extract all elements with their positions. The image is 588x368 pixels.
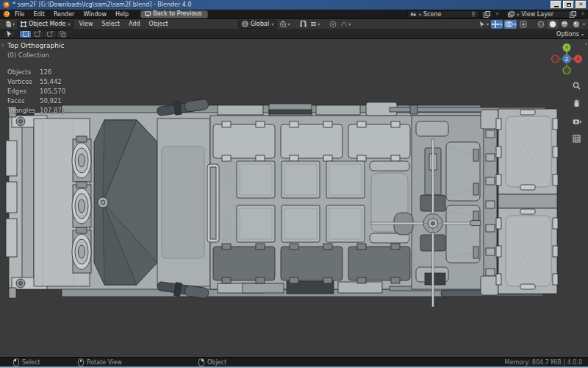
falloff-curve-icon: [340, 21, 348, 27]
view-layer-icon: [508, 11, 514, 18]
viewport-canvas[interactable]: › ‹ Top Orthographic (0) Collection Obje…: [0, 39, 588, 357]
minimize-button[interactable]: [551, 1, 562, 9]
proportional-falloff-dropdown[interactable]: ▾: [340, 20, 351, 29]
view-layer-selector[interactable]: ▾ View Layer: [505, 10, 579, 18]
pin-icon[interactable]: [470, 11, 476, 17]
object-visibility-dropdown[interactable]: ▾: [478, 20, 490, 29]
snap-toggle[interactable]: [298, 20, 308, 29]
proportional-circle-icon: [329, 21, 337, 28]
blender-menu-icon[interactable]: [3, 10, 10, 18]
status-bar: Select Rotate View Object Memory: 804.7 …: [0, 357, 588, 367]
overlays-icon: [505, 21, 513, 28]
show-gizmo-toggle[interactable]: ▾: [491, 20, 503, 29]
menu-add[interactable]: Add: [125, 21, 144, 27]
menu-window[interactable]: Window: [79, 11, 111, 18]
select-mode-extend-button[interactable]: [32, 30, 44, 38]
memory-usage: Memory: 804.7 MiB | 4.0.0: [505, 359, 588, 366]
select-mode-subtract-button[interactable]: [44, 30, 57, 38]
shading-material-button[interactable]: [559, 20, 570, 29]
pivot-icon: [279, 21, 287, 28]
window-titlebar: * sam2F [G:\Downloads\lcg\sam2\sam2F.ble…: [0, 0, 588, 10]
perspective-toggle-icon[interactable]: [571, 133, 582, 144]
keymap-select: Select: [13, 358, 40, 367]
selectability-cursor-icon: [478, 21, 486, 28]
mouse-left-icon: [13, 358, 19, 367]
select-mode-set-button[interactable]: [19, 30, 32, 38]
snap-settings-dropdown[interactable]: ▾: [309, 20, 320, 29]
xray-toggle[interactable]: [518, 20, 528, 29]
select-mode-intersect-button[interactable]: [57, 30, 69, 38]
options-dropdown[interactable]: Options ▾: [556, 31, 585, 38]
object-mode-icon: [21, 21, 26, 27]
shading-rendered-button[interactable]: [571, 20, 581, 29]
rendered-sphere-icon: [573, 21, 580, 28]
editor-type-selector[interactable]: ▾: [3, 20, 15, 29]
tool-settings-bar: Options ▾: [0, 29, 588, 39]
snap-with-icon: [310, 21, 317, 27]
shading-wireframe-button[interactable]: [536, 20, 546, 29]
material-sphere-icon: [561, 21, 568, 28]
solid-sphere-icon: [549, 21, 556, 28]
new-layer-icon[interactable]: [570, 11, 576, 18]
editor-3d-viewport-icon: [4, 21, 12, 28]
unlink-scene-icon[interactable]: ✕: [495, 11, 499, 17]
xray-icon: [520, 21, 527, 28]
menu-object[interactable]: Object: [146, 21, 172, 27]
sidebar-toggle-arrow[interactable]: ‹: [584, 40, 587, 47]
close-button[interactable]: ✕: [576, 1, 587, 9]
proportional-editing-toggle[interactable]: [328, 20, 338, 29]
gizmo-arrows-icon: [492, 21, 499, 28]
restore-button[interactable]: [563, 1, 574, 9]
menu-file[interactable]: File: [10, 11, 29, 18]
select-tool-cursor-icon: [6, 30, 12, 38]
active-tool-button[interactable]: [3, 30, 15, 38]
toolbar-toggle-arrow[interactable]: ›: [1, 41, 4, 49]
mode-dropdown[interactable]: Object Mode ▾: [17, 20, 74, 29]
menu-edit[interactable]: Edit: [29, 11, 49, 18]
viewport-header: ▾ Object Mode ▾ View Select Add Object G…: [0, 19, 588, 29]
topbar: File Edit Render Window Help Back to Pre…: [0, 10, 588, 19]
keymap-object: Object: [198, 358, 226, 367]
mouse-middle-icon: [78, 358, 84, 367]
navigation-gizmo[interactable]: Y X Z: [550, 42, 584, 76]
wireframe-sphere-icon: [537, 21, 545, 28]
mouse-right-icon: [198, 358, 204, 367]
keymap-rotate-view: Rotate View: [78, 358, 122, 367]
screen-icon: [145, 11, 151, 17]
magnet-icon: [300, 21, 306, 28]
shading-solid-button[interactable]: [548, 20, 558, 29]
transform-orientation-dropdown[interactable]: Global ▾: [238, 20, 278, 29]
duplicate-icon: [484, 11, 490, 18]
camera-view-icon[interactable]: [571, 116, 582, 127]
menu-select[interactable]: Select: [98, 21, 123, 27]
menu-view[interactable]: View: [75, 21, 96, 27]
zoom-icon[interactable]: [571, 80, 582, 91]
viewport-nav-icons: [571, 80, 582, 144]
shading-dropdown[interactable]: ▾: [583, 21, 585, 26]
globe-icon: [242, 21, 248, 27]
new-scene-button[interactable]: [481, 10, 493, 18]
show-overlays-toggle[interactable]: ▾: [504, 20, 517, 29]
blender-logo-icon: [3, 1, 10, 8]
scene-icon: [410, 11, 417, 18]
svg-text:Y: Y: [564, 45, 568, 50]
scene-selector[interactable]: ▾ Scene: [407, 10, 479, 18]
menu-help[interactable]: Help: [111, 11, 133, 18]
gizmo-axis-x-negative: [552, 55, 559, 63]
window-title: * sam2F [G:\Downloads\lcg\sam2\sam2F.ble…: [12, 1, 549, 8]
pivot-point-dropdown[interactable]: ▾: [279, 20, 290, 29]
pan-hand-icon[interactable]: [571, 98, 582, 109]
remove-layer-icon[interactable]: ✕: [581, 11, 585, 17]
vehicle-model-top-view: [0, 39, 588, 357]
gizmo-axis-y-negative: [563, 67, 570, 74]
back-to-previous-button[interactable]: Back to Previous: [140, 10, 207, 18]
svg-text:X: X: [576, 56, 579, 61]
svg-text:Z: Z: [565, 57, 569, 63]
select-mode-group: [19, 30, 69, 38]
menu-render[interactable]: Render: [49, 11, 79, 18]
